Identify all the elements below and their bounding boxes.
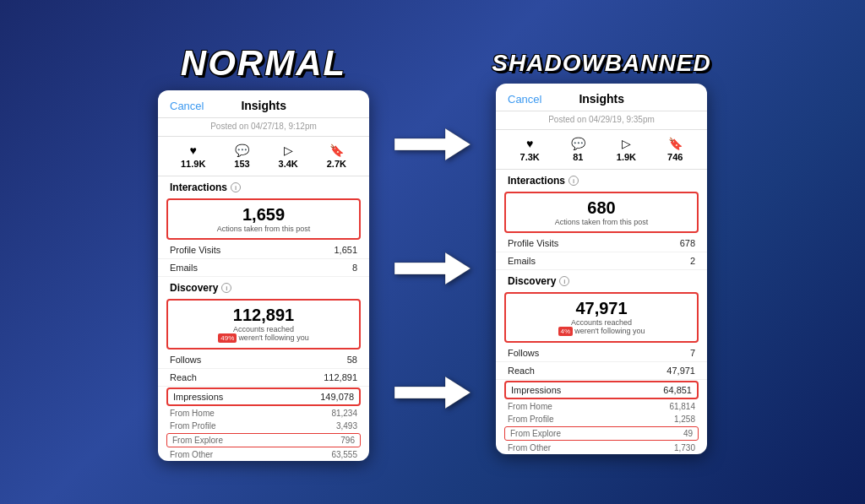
left-discovery-label: Discovery i — [158, 277, 369, 297]
right-profile-visits-value: 678 — [680, 238, 695, 248]
arrow-1 — [390, 122, 475, 168]
right-impressions-value: 64,851 — [663, 385, 692, 395]
right-stat-saves: 🔖 746 — [667, 137, 683, 162]
left-follows-label: Follows — [170, 355, 201, 365]
arrow-3 — [390, 370, 475, 416]
left-shares-value: 3.4K — [279, 159, 298, 169]
normal-title: NORMAL — [181, 43, 346, 84]
right-stats-row: ♥ 7.3K 💬 81 ▷ 1.9K 🔖 746 — [496, 130, 707, 170]
right-from-home-row: From Home 61,814 — [496, 400, 707, 413]
right-discovery-subtitle: Accounts reached 4%weren't following you — [514, 318, 688, 336]
left-impressions-label: Impressions — [173, 392, 223, 402]
arrows-container — [390, 92, 475, 447]
right-follows-label: Follows — [508, 348, 539, 358]
left-reach-value: 112,891 — [324, 372, 357, 382]
left-insights-title: Insights — [241, 99, 286, 112]
right-stat-likes: ♥ 7.3K — [520, 137, 540, 162]
left-stat-saves: 🔖 2.7K — [327, 144, 346, 169]
right-heart-icon: ♥ — [526, 137, 533, 150]
left-impressions-row: Impressions 149,078 — [166, 387, 361, 406]
left-phone-header: Cancel Insights — [158, 90, 369, 118]
right-profile-visits-label: Profile Visits — [508, 238, 558, 248]
left-comment-icon: 💬 — [235, 144, 249, 157]
left-discovery-number: 112,891 — [177, 306, 351, 325]
left-interactions-number: 1,659 — [177, 205, 351, 225]
left-stats-row: ♥ 11.9K 💬 153 ▷ 3.4K 🔖 2.7K — [158, 137, 369, 176]
left-discovery-box: 112,891 Accounts reached 49%weren't foll… — [166, 299, 361, 350]
left-comments-value: 153 — [234, 159, 249, 169]
left-post-date: Posted on 04/27/18, 9:12pm — [158, 118, 369, 137]
main-container: NORMAL Cancel Insights Posted on 04/27/1… — [0, 0, 865, 504]
left-from-explore-row: From Explore 796 — [166, 433, 361, 447]
left-share-icon: ▷ — [284, 144, 293, 157]
left-discovery-info: i — [221, 283, 231, 293]
right-likes-value: 7.3K — [520, 152, 540, 162]
left-heart-icon: ♥ — [189, 144, 196, 157]
right-emails-row: Emails 2 — [496, 252, 707, 270]
left-saves-value: 2.7K — [327, 159, 346, 169]
right-interactions-number: 680 — [514, 198, 688, 218]
left-interactions-info: i — [231, 182, 241, 192]
left-reach-row: Reach 112,891 — [158, 369, 369, 387]
left-from-home-row: From Home 81,234 — [158, 407, 369, 420]
right-discovery-number: 47,971 — [514, 299, 688, 318]
left-percent-badge: 49% — [218, 333, 237, 343]
left-emails-label: Emails — [170, 263, 198, 273]
left-discovery-subtitle: Accounts reached 49%weren't following yo… — [177, 325, 351, 343]
right-insights-title: Insights — [579, 92, 624, 106]
right-from-other-row: From Other 1,730 — [496, 442, 707, 454]
right-stat-comments: 💬 81 — [571, 137, 585, 162]
left-interactions-subtitle: Actions taken from this post — [177, 225, 351, 233]
left-follows-value: 58 — [347, 355, 357, 365]
right-comments-value: 81 — [573, 152, 583, 162]
right-interactions-box: 680 Actions taken from this post — [504, 192, 699, 233]
left-follows-row: Follows 58 — [158, 351, 369, 369]
left-stat-likes: ♥ 11.9K — [181, 144, 205, 169]
left-cancel: Cancel — [170, 100, 204, 112]
right-reach-label: Reach — [508, 366, 535, 376]
right-follows-row: Follows 7 — [496, 344, 707, 362]
left-emails-row: Emails 8 — [158, 259, 369, 277]
left-stat-shares: ▷ 3.4K — [279, 144, 298, 169]
right-impressions-row: Impressions 64,851 — [504, 381, 699, 399]
left-likes-value: 11.9K — [181, 159, 205, 169]
right-from-explore-row: From Explore 49 — [504, 426, 699, 441]
right-post-date: Posted on 04/29/19, 9:35pm — [496, 111, 707, 130]
left-stat-comments: 💬 153 — [234, 144, 249, 169]
right-from-profile-row: From Profile 1,258 — [496, 413, 707, 425]
right-emails-value: 2 — [690, 256, 695, 266]
right-interactions-info: i — [569, 176, 579, 186]
right-discovery-box: 47,971 Accounts reached 4%weren't follow… — [504, 292, 699, 343]
shadowbanned-section: SHADOWBANNED Cancel Insights Posted on 0… — [483, 50, 720, 454]
right-share-icon: ▷ — [622, 137, 631, 150]
right-profile-visits-row: Profile Visits 678 — [496, 235, 707, 252]
right-follows-value: 7 — [690, 348, 695, 358]
right-discovery-label: Discovery i — [496, 270, 707, 290]
left-from-profile-row: From Profile 3,493 — [158, 420, 369, 432]
shadowbanned-phone: Cancel Insights Posted on 04/29/19, 9:35… — [496, 84, 707, 454]
right-interactions-subtitle: Actions taken from this post — [514, 218, 688, 226]
left-profile-visits-value: 1,651 — [334, 245, 357, 255]
right-impressions-label: Impressions — [511, 385, 561, 395]
right-reach-value: 47,971 — [666, 366, 695, 376]
shadowbanned-title: SHADOWBANNED — [492, 50, 710, 77]
left-reach-label: Reach — [170, 372, 197, 382]
right-percent-badge: 4% — [558, 327, 574, 336]
right-bookmark-icon: 🔖 — [668, 137, 683, 150]
right-interactions-label: Interactions i — [496, 170, 707, 190]
left-interactions-box: 1,659 Actions taken from this post — [166, 198, 361, 240]
right-stat-shares: ▷ 1.9K — [617, 137, 636, 162]
right-comment-icon: 💬 — [571, 137, 585, 150]
right-shares-value: 1.9K — [617, 152, 636, 162]
normal-phone: Cancel Insights Posted on 04/27/18, 9:12… — [158, 90, 369, 461]
left-bookmark-icon: 🔖 — [329, 144, 344, 157]
left-impressions-value: 149,078 — [320, 392, 354, 402]
right-cancel: Cancel — [508, 93, 541, 106]
right-emails-label: Emails — [508, 256, 536, 266]
left-interactions-label: Interactions i — [158, 176, 369, 197]
left-profile-visits-label: Profile Visits — [170, 245, 220, 255]
left-emails-value: 8 — [352, 263, 357, 273]
left-profile-visits-row: Profile Visits 1,651 — [158, 241, 369, 259]
right-discovery-info: i — [559, 276, 569, 286]
right-saves-value: 746 — [667, 152, 683, 162]
